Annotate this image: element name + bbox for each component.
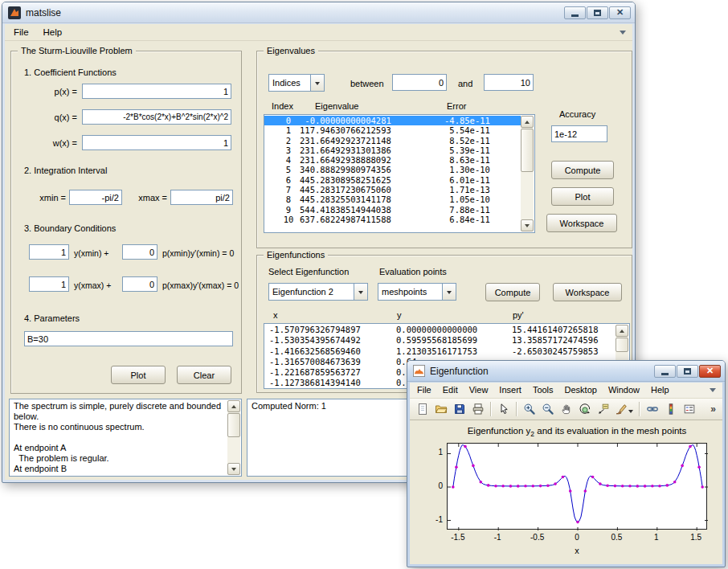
eigenvalue-row[interactable]: 2231.66492923721148 8.52e-11 [264,136,521,145]
dropdown-arrow-button[interactable] [354,284,367,300]
scroll-down-button[interactable] [521,219,534,231]
edit-plot-button[interactable] [494,400,513,418]
info-scrollbar[interactable] [227,400,240,475]
zoom-out-button[interactable] [538,400,557,418]
eigenvalue-row[interactable]: 5340.88829980974356 1.30e-10 [264,165,521,174]
menu-item-file[interactable]: File [6,24,36,40]
close-button[interactable]: ✕ [609,6,631,19]
eigenvalue-row[interactable]: 9544.41838514944038 7.88e-11 [264,205,521,215]
eigenfunction-row[interactable]: -1.5707963267948970.0000000000000015.441… [264,325,616,335]
minimize-button[interactable] [564,6,586,19]
compute-eigenfunction-button[interactable]: Compute [485,283,540,301]
eigenvalue-row[interactable]: 7445.28317230675060 1.71e-13 [264,185,521,194]
dropdown-arrow-button[interactable] [310,75,324,91]
menu-item-insert[interactable]: Insert [493,383,527,398]
plot-button[interactable]: Plot [111,366,166,384]
link-plot-icon [646,403,659,415]
q-input[interactable] [82,109,231,125]
eigenvalues-scrollbar[interactable] [521,116,534,231]
link-plot-button[interactable] [643,400,661,418]
bc1-coeff2-input[interactable] [122,244,157,260]
close-button[interactable]: ✕ [699,365,721,378]
new-figure-button[interactable] [413,400,431,418]
p-input[interactable] [82,84,231,99]
eigenvalue-row[interactable]: 8445.28325503141178 1.05e-10 [264,194,521,204]
menu-item-help[interactable]: Help [645,383,675,398]
rotate-3d-button[interactable] [575,400,594,418]
data-cursor-button[interactable] [594,400,612,418]
menubar-overflow-icon[interactable] [620,31,626,38]
scroll-up-button[interactable] [521,116,534,128]
compute-eigenvalues-button[interactable]: Compute [551,161,614,179]
zoom-in-button[interactable] [520,400,538,418]
w-label: w(x) = [35,138,77,148]
evaluation-points-dropdown[interactable]: meshpoints [378,283,456,301]
xmax-input[interactable] [170,190,233,205]
menu-item-view[interactable]: View [464,383,494,398]
menu-item-tools[interactable]: Tools [527,383,559,398]
eigenfunction-row[interactable]: -1.5303543956744920.5959556818569913.358… [264,335,616,346]
toolbar-separator [516,402,517,416]
print-figure-icon [472,403,485,415]
x-tick-label: 0 [575,533,579,542]
chevron-down-icon[interactable] [628,410,633,415]
maximize-button[interactable] [677,365,698,378]
error-column-header: Error [447,101,466,111]
eigenvalue-row[interactable]: 3231.66492931301386 5.39e-11 [264,145,521,155]
titlebar[interactable]: matslise ✕ [2,2,635,23]
eigenvalue-row[interactable]: 6445.28308958251625 6.01e-11 [264,175,521,185]
index-from-input[interactable] [392,74,447,91]
bc1-coeff1-input[interactable] [29,244,69,260]
eigenvalue-row[interactable]: 10637.68224987411588 6.84e-11 [264,215,521,224]
figure-menubar: FileEditViewInsertToolsDesktopWindowHelp [410,383,722,399]
eigenvalue-row[interactable]: 1117.94630766212593 5.54e-11 [264,125,521,135]
plot-eigenvalues-button[interactable]: Plot [551,187,614,206]
insert-colorbar-button[interactable] [661,400,680,418]
cell: 5 [279,165,298,175]
pan-button[interactable] [557,400,575,418]
scroll-thumb[interactable] [616,338,628,352]
titlebar[interactable]: Eigenfunction ✕ [407,361,725,382]
dropdown-arrow-button[interactable] [442,284,456,300]
scroll-thumb[interactable] [521,129,534,172]
open-file-button[interactable] [431,400,450,418]
eigenfunction-dropdown[interactable]: Eigenfunction 2 [268,283,368,301]
scroll-up-button[interactable] [616,325,628,337]
menu-item-help[interactable]: Help [36,24,70,40]
menu-item-file[interactable]: File [411,383,437,398]
eigenvalue-row[interactable]: 0 -0.00000000004281-4.85e-11 [264,116,521,125]
print-figure-button[interactable] [468,400,487,418]
problem-info-textarea[interactable]: The spectrum is simple, purely discrete … [9,399,242,477]
scroll-down-button[interactable] [227,463,240,475]
bc2-coeff1-input[interactable] [29,276,69,292]
clear-button[interactable]: Clear [177,366,231,384]
mesh-point [524,485,527,488]
eigenvalue-row[interactable]: 4231.66492938888092 8.63e-11 [264,155,521,165]
workspace-eigenvalues-button[interactable]: Workspace [546,214,617,232]
bc2-coeff2-input[interactable] [122,276,157,292]
menu-item-edit[interactable]: Edit [437,383,464,398]
cell: 1.05e-10 [444,194,490,205]
menu-item-window[interactable]: Window [603,383,645,398]
menu-item-desktop[interactable]: Desktop [559,383,603,398]
maximize-button[interactable] [587,6,608,19]
minimize-button[interactable] [654,365,676,378]
scroll-up-button[interactable] [227,400,240,412]
accuracy-input[interactable] [551,125,607,142]
indices-dropdown[interactable]: Indices [268,74,325,92]
scroll-thumb[interactable] [227,413,240,437]
w-input[interactable] [82,135,231,150]
eigenfunction-row[interactable]: -1.4166325685694601.21303516171753-2.650… [264,346,616,357]
parameters-input[interactable] [24,331,233,346]
cell: -1.530354395674492 [269,335,361,346]
eigenvalues-listbox[interactable]: 0 -0.00000000004281-4.85e-111117.9463076… [264,114,535,233]
toolbar-overflow-button[interactable]: » [710,403,716,415]
index-to-input[interactable] [484,74,534,91]
brush-data-button[interactable] [612,400,636,418]
xmin-input[interactable] [69,190,122,205]
save-figure-button[interactable] [450,400,468,418]
workspace-eigenfunction-button[interactable]: Workspace [553,283,622,301]
menubar-overflow-icon[interactable] [710,388,716,395]
insert-legend-button[interactable] [680,400,698,418]
cell: 231.66492931301386 [300,145,391,156]
